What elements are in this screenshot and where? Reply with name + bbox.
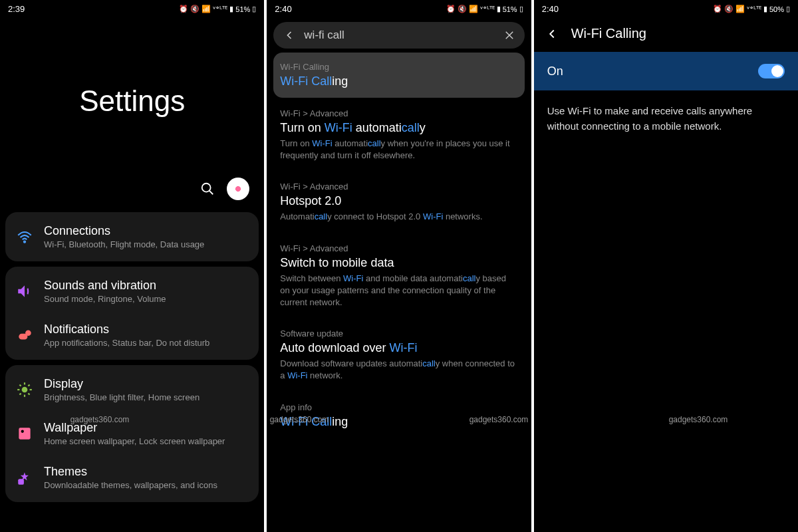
settings-item-sub: App notifications, Status bar, Do not di… xyxy=(44,338,248,348)
search-results: Wi-Fi Calling Wi-Fi Calling Wi-Fi > Adva… xyxy=(267,53,531,440)
result-breadcrumb: Wi-Fi > Advanced xyxy=(280,182,517,192)
svg-rect-16 xyxy=(18,479,24,485)
result-title: Wi-Fi Calling xyxy=(280,74,517,88)
settings-actions xyxy=(0,178,264,200)
search-result[interactable]: Wi-Fi > Advanced Switch to mobile data S… xyxy=(273,234,524,319)
sound-icon xyxy=(16,283,33,300)
svg-line-13 xyxy=(28,384,29,386)
status-bar: 2:40 ⏰🔇📶ᵛᵒᴸᵀᴱ▮ 51% ▯ xyxy=(267,0,531,18)
settings-item-sub: Wi-Fi, Bluetooth, Flight mode, Data usag… xyxy=(44,239,248,249)
svg-line-1 xyxy=(209,191,213,195)
header-title: Wi-Fi Calling xyxy=(571,26,646,41)
toggle-switch[interactable] xyxy=(758,64,785,78)
settings-screen: 2:39 ⏰🔇📶ᵛᵒᴸᵀᴱ▮ 51% ▯ Settings Connection… xyxy=(0,0,264,532)
settings-item-title: Display xyxy=(44,377,248,391)
result-desc: Download software updates automatically … xyxy=(280,358,517,382)
settings-group: Sounds and vibration Sound mode, Rington… xyxy=(5,267,259,360)
toggle-label: On xyxy=(547,65,563,78)
search-result[interactable]: Software update Auto download over Wi-Fi… xyxy=(273,319,524,391)
signal-icon: ▮ xyxy=(497,5,501,13)
battery-percent: 51% xyxy=(235,5,250,13)
settings-item-title: Themes xyxy=(44,465,248,479)
display-icon xyxy=(16,381,33,398)
page-title: Settings xyxy=(0,84,264,118)
settings-item-text: Connections Wi-Fi, Bluetooth, Flight mod… xyxy=(44,224,248,249)
settings-item-text: Display Brightness, Blue light filter, H… xyxy=(44,377,248,402)
status-time: 2:39 xyxy=(8,4,25,14)
toggle-row[interactable]: On xyxy=(534,52,798,90)
mute-icon: 🔇 xyxy=(458,5,467,13)
settings-item-sub: Home screen wallpaper, Lock screen wallp… xyxy=(44,436,248,446)
settings-item-title: Wallpaper xyxy=(44,421,248,435)
description-text: Use Wi-Fi to make and receive calls anyw… xyxy=(534,90,798,147)
battery-icon: ▯ xyxy=(786,5,790,13)
result-desc: Switch between Wi-Fi and mobile data aut… xyxy=(280,273,517,309)
settings-item-text: Sounds and vibration Sound mode, Rington… xyxy=(44,279,248,304)
result-title: Auto download over Wi-Fi xyxy=(280,341,517,355)
wifi-icon: 📶 xyxy=(469,5,478,13)
settings-item-title: Sounds and vibration xyxy=(44,279,248,293)
status-icons: ⏰🔇📶ᵛᵒᴸᵀᴱ▮ 51% ▯ xyxy=(179,5,256,13)
wallpaper-icon xyxy=(16,425,33,442)
wifi-calling-screen: 2:40 ⏰🔇📶ᵛᵒᴸᵀᴱ▮ 50% ▯ Wi-Fi Calling On Us… xyxy=(534,0,798,532)
settings-item-display[interactable]: Display Brightness, Blue light filter, H… xyxy=(5,368,259,412)
settings-item-connections[interactable]: Connections Wi-Fi, Bluetooth, Flight mod… xyxy=(5,215,259,259)
svg-line-11 xyxy=(28,393,29,394)
settings-item-notifications[interactable]: Notifications App notifications, Status … xyxy=(5,313,259,357)
search-result[interactable]: App info Wi-Fi Calling xyxy=(273,393,524,438)
settings-group: Display Brightness, Blue light filter, H… xyxy=(5,365,259,502)
status-bar: 2:39 ⏰🔇📶ᵛᵒᴸᵀᴱ▮ 51% ▯ xyxy=(0,0,264,18)
settings-item-themes[interactable]: Themes Downloadable themes, wallpapers, … xyxy=(5,456,259,499)
search-result[interactable]: Wi-Fi > Advanced Hotspot 2.0 Automatical… xyxy=(273,172,524,232)
settings-item-text: Wallpaper Home screen wallpaper, Lock sc… xyxy=(44,421,248,446)
svg-point-0 xyxy=(202,184,211,192)
search-screen: 2:40 ⏰🔇📶ᵛᵒᴸᵀᴱ▮ 51% ▯ wi-fi call Wi-Fi Ca… xyxy=(267,0,531,532)
wifi-icon: 📶 xyxy=(735,5,745,13)
status-time: 2:40 xyxy=(275,4,291,14)
result-desc: Turn on Wi-Fi automatically when you're … xyxy=(280,138,517,162)
result-breadcrumb: Wi-Fi > Advanced xyxy=(280,243,517,253)
alarm-icon: ⏰ xyxy=(713,5,722,13)
search-result[interactable]: Wi-Fi Calling Wi-Fi Calling xyxy=(273,53,524,98)
result-title: Wi-Fi Calling xyxy=(280,415,517,429)
status-icons: ⏰🔇📶ᵛᵒᴸᵀᴱ▮ 50% ▯ xyxy=(713,5,790,13)
settings-item-sub: Sound mode, Ringtone, Volume xyxy=(44,294,248,304)
result-title: Hotspot 2.0 xyxy=(280,194,517,208)
signal-icon: ▮ xyxy=(229,5,233,13)
alarm-icon: ⏰ xyxy=(179,5,188,13)
status-time: 2:40 xyxy=(542,4,559,14)
clear-icon[interactable] xyxy=(503,29,515,41)
battery-percent: 50% xyxy=(769,5,784,13)
notif-icon xyxy=(16,327,33,344)
result-breadcrumb: App info xyxy=(280,402,517,412)
wifi-icon: 📶 xyxy=(201,5,211,13)
avatar[interactable] xyxy=(227,178,249,200)
volte-icon: ᵛᵒᴸᵀᴱ xyxy=(213,5,227,13)
status-bar: 2:40 ⏰🔇📶ᵛᵒᴸᵀᴱ▮ 50% ▯ xyxy=(534,0,798,18)
search-result[interactable]: Wi-Fi > Advanced Turn on Wi-Fi automatic… xyxy=(273,99,524,171)
search-input[interactable]: wi-fi call xyxy=(304,29,495,42)
settings-item-title: Notifications xyxy=(44,323,248,336)
search-icon[interactable] xyxy=(200,182,215,196)
settings-list: Connections Wi-Fi, Bluetooth, Flight mod… xyxy=(0,212,264,502)
battery-percent: 51% xyxy=(503,5,517,13)
svg-line-10 xyxy=(19,384,21,386)
search-bar: wi-fi call xyxy=(273,22,524,49)
result-breadcrumb: Wi-Fi > Advanced xyxy=(280,108,517,118)
wifi-icon xyxy=(16,228,33,245)
back-icon[interactable] xyxy=(283,29,296,42)
back-icon[interactable] xyxy=(545,27,559,41)
settings-item-text: Notifications App notifications, Status … xyxy=(44,323,248,348)
settings-group: Connections Wi-Fi, Bluetooth, Flight mod… xyxy=(5,212,259,261)
signal-icon: ▮ xyxy=(763,5,767,13)
themes-icon xyxy=(16,469,33,486)
result-desc: Automatically connect to Hotspot 2.0 Wi-… xyxy=(280,211,517,223)
svg-line-12 xyxy=(19,393,21,394)
svg-point-5 xyxy=(22,387,28,393)
result-breadcrumb: Software update xyxy=(280,329,517,338)
result-title: Turn on Wi-Fi automatically xyxy=(280,121,517,135)
settings-item-sub: Downloadable themes, wallpapers, and ico… xyxy=(44,480,248,490)
settings-item-sounds-and-vibration[interactable]: Sounds and vibration Sound mode, Rington… xyxy=(5,269,259,313)
svg-point-2 xyxy=(24,241,25,243)
settings-item-wallpaper[interactable]: Wallpaper Home screen wallpaper, Lock sc… xyxy=(5,412,259,456)
